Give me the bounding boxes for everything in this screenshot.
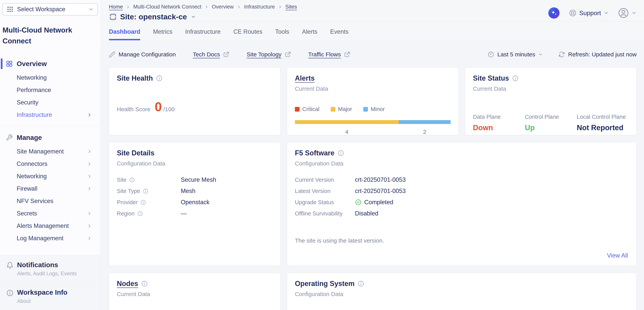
info-icon[interactable]: [338, 150, 344, 156]
chevron-right-icon: [278, 5, 282, 9]
tab-events[interactable]: Events: [330, 28, 348, 40]
chevron-down-icon[interactable]: [191, 14, 196, 20]
sidebar-item-infrastructure[interactable]: Infrastructure: [0, 109, 100, 121]
external-link-icon: [344, 51, 350, 58]
dashboard-toolbar: Manage Configuration Tech Docs Site Topo…: [101, 40, 644, 58]
tab-alerts[interactable]: Alerts: [302, 28, 317, 40]
chevron-right-icon: [87, 149, 92, 154]
card-site-status: Site Status Current Data Data Plane Down…: [465, 68, 637, 135]
info-icon[interactable]: [143, 188, 148, 194]
alerts-stacked-bar: [295, 120, 451, 124]
sidebar-item-firewall[interactable]: Firewall: [0, 182, 100, 195]
breadcrumb-item[interactable]: Infrastructure: [244, 4, 275, 10]
detail-row-provider: Provider Openstack: [117, 198, 272, 206]
breadcrumb-item[interactable]: Overview: [212, 4, 234, 10]
tab-metrics[interactable]: Metrics: [153, 28, 172, 40]
sidebar-item-overview[interactable]: Overview: [0, 58, 100, 70]
f5-row-upgrade-status: Upgrade Status Completed: [295, 198, 629, 206]
health-score-label: Health Score: [117, 106, 150, 112]
ai-assistant-button[interactable]: [548, 7, 560, 18]
card-alerts: Alerts Current Data Critical Major Minor: [287, 68, 458, 135]
tab-infrastructure[interactable]: Infrastructure: [185, 28, 221, 40]
app-root: Select Workspace Multi-Cloud Network Con…: [0, 0, 644, 310]
sidebar-section-title: Overview: [17, 60, 47, 68]
sidebar-item-manage[interactable]: Manage: [0, 131, 100, 144]
active-section-indicator: [1, 58, 2, 69]
tab-ce-routes[interactable]: CE Routes: [233, 28, 262, 40]
status-badge: Not Reported: [577, 124, 629, 132]
workspace-selector[interactable]: Select Workspace: [2, 3, 98, 16]
sidebar-section-title: Manage: [17, 134, 42, 142]
f5-version-note: The site is using the latest version.: [295, 237, 629, 244]
alerts-bar-values: 42: [295, 129, 451, 135]
sidebar-item-security[interactable]: Security: [0, 96, 100, 109]
chevron-right-icon: [87, 162, 92, 166]
info-icon[interactable]: [140, 200, 146, 205]
detail-row-site: Site Secure Mesh: [117, 176, 272, 184]
info-icon[interactable]: [137, 211, 143, 216]
site-openstack-icon: [109, 13, 117, 21]
wrench-icon: [6, 134, 13, 141]
alerts-bar-segment-minor: [399, 120, 451, 124]
nodes-title-link[interactable]: Nodes: [117, 280, 138, 288]
sidebar-item-performance[interactable]: Performance: [0, 84, 100, 96]
minor-swatch: [363, 107, 368, 112]
bell-icon: [6, 262, 14, 269]
f5-software-subtitle: Configuration Data: [295, 160, 629, 167]
tab-dashboard[interactable]: Dashboard: [109, 28, 140, 40]
info-icon[interactable]: [358, 280, 364, 287]
breadcrumb-item[interactable]: Multi-Cloud Network Connect: [133, 4, 201, 10]
tab-tools[interactable]: Tools: [275, 28, 289, 40]
info-icon[interactable]: [156, 75, 162, 82]
tech-docs-link[interactable]: Tech Docs: [193, 51, 230, 58]
status-data-plane: Data Plane Down: [473, 114, 525, 132]
card-nodes: Nodes Current Data: [109, 273, 280, 310]
manage-configuration-button[interactable]: Manage Configuration: [109, 51, 176, 58]
refresh-icon: [558, 51, 565, 58]
site-status-title: Site Status: [473, 74, 509, 82]
sidebar-item-alerts-management[interactable]: Alerts Management: [0, 220, 100, 232]
site-details-subtitle: Configuration Data: [117, 160, 272, 167]
page-header: Home Multi-Cloud Network Connect Overvie…: [101, 0, 644, 21]
account-menu[interactable]: [618, 8, 637, 18]
info-icon[interactable]: [512, 75, 519, 82]
sidebar-item-connectors[interactable]: Connectors: [0, 158, 100, 170]
support-menu[interactable]: Support: [569, 9, 609, 17]
refresh-button[interactable]: Refresh: Updated just now: [558, 51, 637, 58]
legend-critical: Critical: [295, 106, 320, 112]
info-icon[interactable]: [129, 177, 135, 183]
clock-icon: [488, 51, 494, 58]
sidebar-item-nfv-services[interactable]: NFV Services: [0, 195, 100, 207]
sidebar-item-networking-overview[interactable]: Networking: [0, 72, 100, 84]
breadcrumb: Home Multi-Cloud Network Connect Overvie…: [109, 4, 297, 10]
dashboard-grid: Site Health Health Score 0 /100 Alerts C…: [101, 58, 644, 310]
main-content: Home Multi-Cloud Network Connect Overvie…: [101, 0, 644, 310]
sidebar-item-networking-manage[interactable]: Networking: [0, 170, 100, 182]
page-title: Site: openstack-ce: [120, 12, 187, 21]
breadcrumb-home[interactable]: Home: [109, 4, 123, 10]
sidebar-item-workspace-info[interactable]: Workspace Info About: [0, 282, 100, 310]
sidebar-item-site-management[interactable]: Site Management: [0, 145, 100, 158]
chevron-right-icon: [87, 186, 92, 191]
chevron-down-icon: [88, 7, 94, 12]
card-site-health: Site Health Health Score 0 /100: [109, 68, 280, 135]
f5-software-title: F5 Software: [295, 149, 334, 157]
site-topology-link[interactable]: Site Topology: [247, 51, 291, 58]
time-range-selector[interactable]: Last 5 minutes: [488, 51, 543, 58]
sidebar-item-secrets[interactable]: Secrets: [0, 207, 100, 220]
operating-system-subtitle: Configuration Data: [295, 291, 629, 298]
chevron-down-icon: [538, 52, 543, 57]
info-icon[interactable]: [141, 280, 148, 287]
sidebar-item-notifications[interactable]: Notifications Alerts, Audit Logs, Events: [0, 255, 100, 282]
traffic-flows-link[interactable]: Traffic Flows: [308, 51, 350, 58]
view-all-link[interactable]: View All: [607, 252, 628, 259]
sidebar-item-log-management[interactable]: Log Management: [0, 232, 100, 244]
site-status-subtitle: Current Data: [473, 86, 629, 92]
breadcrumb-sites[interactable]: Sites: [286, 4, 297, 10]
overview-grid-icon: [6, 60, 13, 67]
alerts-title-link[interactable]: Alerts: [295, 74, 315, 82]
product-title: Multi-Cloud Network Connect: [2, 25, 96, 46]
chevron-right-icon: [87, 211, 92, 216]
sparkle-icon: [550, 9, 558, 17]
tab-bar: Dashboard Metrics Infrastructure CE Rout…: [101, 21, 644, 40]
